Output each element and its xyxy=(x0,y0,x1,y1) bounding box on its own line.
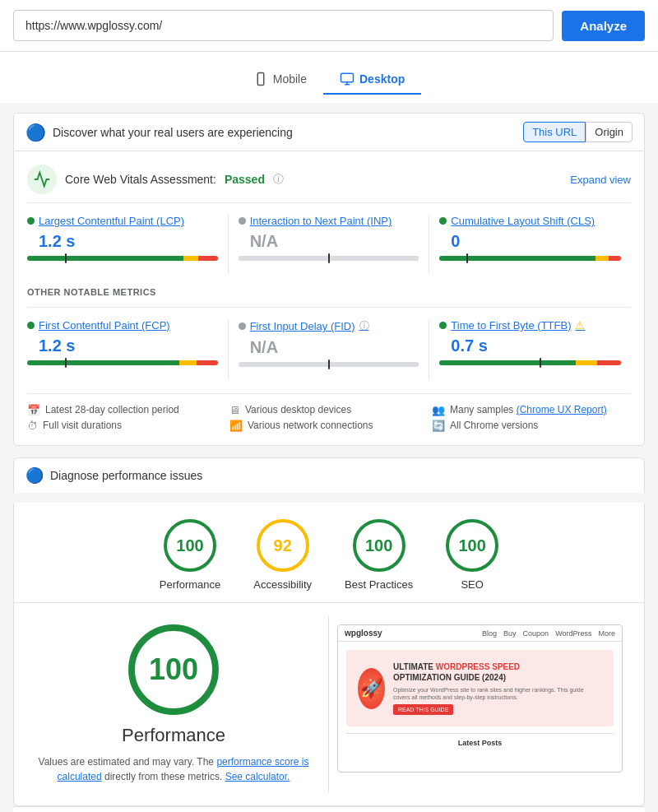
device-tabs: Mobile Desktop xyxy=(0,52,658,103)
real-users-right: This URL Origin xyxy=(523,122,633,142)
desktop-icon xyxy=(340,72,354,86)
info-item-3: ⏱ Full visit durations xyxy=(27,420,226,432)
scores-row: 100 Performance 92 Accessibility 100 Bes… xyxy=(27,519,631,591)
users-icon: 👥 xyxy=(432,404,445,416)
score-label-performance: Performance xyxy=(160,578,220,591)
info-text-5: All Chrome versions xyxy=(450,420,538,431)
preview-content: 🚀 ULTIMATE WORDPRESS SPEEDOPTIMIZATION G… xyxy=(338,642,622,755)
chrome-ux-link[interactable]: (Chrome UX Report) xyxy=(517,404,607,415)
cwv-icon xyxy=(27,165,57,194)
diagnose-title: Diagnose performance issues xyxy=(50,469,202,482)
desktop-devices-icon: 🖥 xyxy=(229,404,240,416)
score-legend: 0–49 50–89 90–100 xyxy=(13,806,645,812)
mobile-icon xyxy=(253,72,268,86)
info-text-2: Many samples (Chrome UX Report) xyxy=(450,404,607,415)
info-text-0: Latest 28-day collection period xyxy=(45,404,179,415)
perf-left: 100 Performance Values are estimated and… xyxy=(27,616,329,792)
big-score-circle: 100 xyxy=(128,624,219,715)
fcp-dot xyxy=(27,322,35,329)
preview-banner: 🚀 ULTIMATE WORDPRESS SPEEDOPTIMIZATION G… xyxy=(346,650,614,726)
score-circle-seo: 100 xyxy=(446,519,498,572)
ttfb-warning-icon: ⚠ xyxy=(575,319,585,332)
info-text-4: Various network connections xyxy=(248,420,373,431)
expand-view-link[interactable]: Expand view xyxy=(570,174,631,186)
fid-value: N/A xyxy=(239,338,419,357)
real-users-bar: 🔵 Discover what your real users are expe… xyxy=(13,113,645,151)
diagnose-icon: 🔵 xyxy=(25,466,44,485)
real-users-left: 🔵 Discover what your real users are expe… xyxy=(25,123,293,142)
tab-desktop-label: Desktop xyxy=(359,72,405,86)
preview-nav: Blog Buy Coupon WordPress More xyxy=(482,629,615,638)
network-icon: 📶 xyxy=(229,420,243,432)
perf-note: Values are estimated and may vary. The p… xyxy=(35,754,312,784)
fid-bar xyxy=(239,362,419,367)
preview-logo: wpglossy xyxy=(345,629,382,638)
info-item-0: 📅 Latest 28-day collection period xyxy=(27,404,226,416)
score-label-accessibility: Accessibility xyxy=(253,578,312,591)
metric-cls: Cumulative Layout Shift (CLS) 0 xyxy=(429,215,631,274)
tab-mobile[interactable]: Mobile xyxy=(237,65,323,95)
score-item-seo: 100 SEO xyxy=(446,519,498,591)
lcp-label[interactable]: Largest Contentful Paint (LCP) xyxy=(27,215,218,227)
origin-button[interactable]: Origin xyxy=(586,122,633,142)
scores-card: 100 Performance 92 Accessibility 100 Bes… xyxy=(13,503,645,806)
url-input[interactable]: https://www.wpglossy.com/ xyxy=(13,10,554,41)
tab-mobile-label: Mobile xyxy=(273,72,307,86)
cls-value: 0 xyxy=(439,232,621,251)
cwv-status: Passed xyxy=(225,173,265,186)
score-label-seo: SEO xyxy=(461,578,483,591)
score-circle-best-practices: 100 xyxy=(353,519,405,572)
ttfb-label[interactable]: Time to First Byte (TTFB) ⚠ xyxy=(439,319,621,332)
fid-info-icon[interactable]: ⓘ xyxy=(359,319,369,333)
other-metrics-label: OTHER NOTABLE METRICS xyxy=(27,287,631,297)
score-item-performance: 100 Performance xyxy=(160,519,220,591)
fid-dot xyxy=(239,322,246,330)
site-preview: wpglossy Blog Buy Coupon WordPress More … xyxy=(337,624,623,773)
preview-cta: READ THIS GUIDE xyxy=(393,704,453,715)
ttfb-bar xyxy=(439,360,621,365)
fid-label[interactable]: First Input Delay (FID) ⓘ xyxy=(239,319,419,333)
metric-fid: First Input Delay (FID) ⓘ N/A xyxy=(229,319,430,380)
info-footer: 📅 Latest 28-day collection period 🖥 Vari… xyxy=(27,393,631,432)
cwv-card: Core Web Vitals Assessment: Passed ⓘ Exp… xyxy=(13,151,645,446)
info-item-5: 🔄 All Chrome versions xyxy=(432,420,631,432)
cwv-metrics-grid: Largest Contentful Paint (LCP) 1.2 s Int… xyxy=(27,202,631,274)
diagnose-bar: 🔵 Diagnose performance issues xyxy=(13,457,645,493)
this-url-button[interactable]: This URL xyxy=(523,122,586,142)
perf-big-title: Performance xyxy=(122,725,225,746)
info-item-1: 🖥 Various desktop devices xyxy=(229,404,429,416)
cwv-info-icon[interactable]: ⓘ xyxy=(273,172,284,187)
header: https://www.wpglossy.com/ Analyze xyxy=(0,0,658,52)
svg-rect-0 xyxy=(257,73,264,86)
tab-desktop[interactable]: Desktop xyxy=(323,65,421,95)
real-users-icon: 🔵 xyxy=(25,123,46,142)
preview-latest-posts: Latest Posts xyxy=(346,733,614,747)
score-circle-accessibility: 92 xyxy=(257,519,309,572)
main-content: 🔵 Discover what your real users are expe… xyxy=(0,103,658,812)
info-item-2: 👥 Many samples (Chrome UX Report) xyxy=(432,404,631,416)
inp-value: N/A xyxy=(239,232,419,251)
preview-heading: ULTIMATE WORDPRESS SPEEDOPTIMIZATION GUI… xyxy=(393,661,602,683)
preview-rocket-icon: 🚀 xyxy=(358,668,385,709)
other-metrics-grid: First Contentful Paint (FCP) 1.2 s First… xyxy=(27,307,631,380)
perf-right: wpglossy Blog Buy Coupon WordPress More … xyxy=(329,616,631,792)
cls-label[interactable]: Cumulative Layout Shift (CLS) xyxy=(439,215,621,227)
perf-detail: 100 Performance Values are estimated and… xyxy=(27,603,631,792)
analyze-button[interactable]: Analyze xyxy=(562,11,645,41)
info-text-3: Full visit durations xyxy=(43,420,122,431)
lcp-bar xyxy=(27,256,218,261)
real-users-title: Discover what your real users are experi… xyxy=(53,126,293,139)
inp-label[interactable]: Interaction to Next Paint (INP) xyxy=(239,215,419,227)
preview-subtext: Optimize your WordPress site to rank sit… xyxy=(393,686,602,701)
score-circle-performance: 100 xyxy=(164,519,216,572)
fcp-label[interactable]: First Contentful Paint (FCP) xyxy=(27,319,218,332)
preview-text-block: ULTIMATE WORDPRESS SPEEDOPTIMIZATION GUI… xyxy=(393,661,602,715)
cls-bar xyxy=(439,256,621,261)
cls-dot xyxy=(439,217,447,225)
chrome-icon: 🔄 xyxy=(432,420,445,432)
svg-rect-2 xyxy=(341,73,354,82)
lcp-dot xyxy=(27,217,35,225)
info-item-4: 📶 Various network connections xyxy=(229,420,429,432)
calculator-link[interactable]: See calculator. xyxy=(225,771,290,782)
fcp-value: 1.2 s xyxy=(27,336,218,355)
